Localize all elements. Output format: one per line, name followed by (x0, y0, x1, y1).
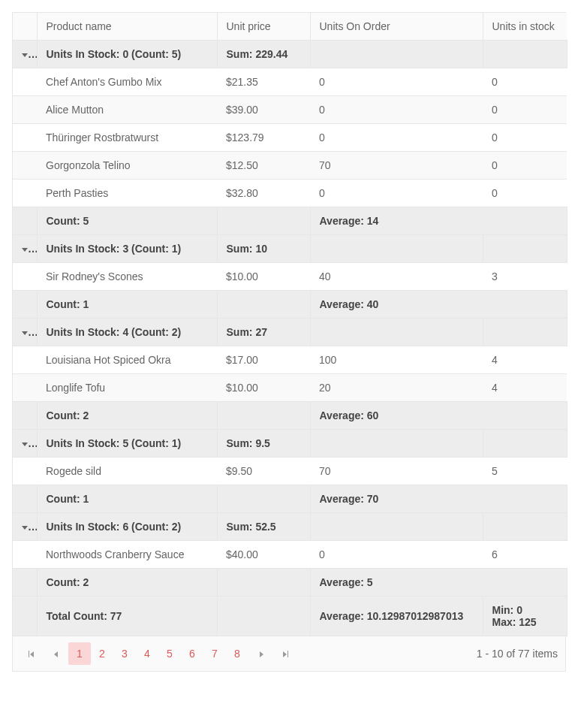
group-title: Units In Stock: 6 (Count: 2) (37, 513, 217, 541)
group-header[interactable]: Units In Stock: 3 (Count: 1)Sum: 10 (13, 235, 567, 263)
caret-down-icon (22, 248, 28, 252)
group-sum: Sum: 9.5 (217, 430, 310, 458)
cell-unit-price: $21.35 (217, 68, 310, 96)
pager-first-button[interactable] (20, 642, 43, 665)
group-count: Count: 1 (37, 485, 217, 513)
group-average: Average: 14 (310, 207, 567, 235)
header-expand (13, 13, 37, 41)
group-footer: Count: 5Average: 14 (13, 207, 567, 235)
pager: 12345678 1 - 10 of 77 items (13, 636, 565, 671)
cell-units-on-order: 0 (310, 96, 483, 124)
cell-unit-price: $10.00 (217, 263, 310, 291)
group-toggle[interactable] (13, 319, 37, 346)
cell-units-on-order: 0 (310, 124, 483, 152)
cell-units-on-order: 40 (310, 263, 483, 291)
header-units-in-stock[interactable]: Units in stock (483, 13, 567, 41)
cell-units-in-stock: 4 (483, 346, 567, 374)
cell-product-name: Northwoods Cranberry Sauce (37, 541, 217, 569)
group-title: Units In Stock: 3 (Count: 1) (37, 235, 217, 263)
group-toggle[interactable] (13, 513, 37, 541)
group-title: Units In Stock: 4 (Count: 2) (37, 319, 217, 346)
pager-info: 1 - 10 of 77 items (477, 648, 558, 660)
cell-unit-price: $40.00 (217, 541, 310, 569)
group-sum: Sum: 229.44 (217, 41, 310, 68)
table-row[interactable]: Gorgonzola Telino$12.50700 (13, 152, 567, 180)
table-row[interactable]: Perth Pasties$32.8000 (13, 180, 567, 207)
cell-units-in-stock: 0 (483, 124, 567, 152)
pager-prev-button[interactable] (44, 642, 67, 665)
cell-unit-price: $123.79 (217, 124, 310, 152)
cell-unit-price: $39.00 (217, 96, 310, 124)
cell-units-on-order: 100 (310, 346, 483, 374)
cell-units-in-stock: 4 (483, 374, 567, 402)
group-sum: Sum: 27 (217, 319, 310, 346)
table-row[interactable]: Alice Mutton$39.0000 (13, 96, 567, 124)
cell-units-in-stock: 0 (483, 152, 567, 180)
cell-product-name: Chef Anton's Gumbo Mix (37, 68, 217, 96)
table-row[interactable]: Longlife Tofu$10.00204 (13, 374, 567, 402)
cell-product-name: Louisiana Hot Spiced Okra (37, 346, 217, 374)
table-row[interactable]: Sir Rodney's Scones$10.00403 (13, 263, 567, 291)
cell-units-in-stock: 0 (483, 96, 567, 124)
pager-page-1[interactable]: 1 (68, 642, 91, 665)
pager-page-5[interactable]: 5 (158, 642, 181, 665)
cell-units-on-order: 70 (310, 458, 483, 485)
seek-last-icon (283, 648, 287, 660)
group-toggle[interactable] (13, 41, 37, 68)
group-count: Count: 2 (37, 402, 217, 430)
caret-down-icon (22, 443, 28, 446)
group-header[interactable]: Units In Stock: 0 (Count: 5)Sum: 229.44 (13, 41, 567, 68)
pager-page-7[interactable]: 7 (203, 642, 226, 665)
caret-down-icon (22, 526, 28, 530)
cell-product-name: Alice Mutton (37, 96, 217, 124)
cell-units-on-order: 70 (310, 152, 483, 180)
pager-nav: 12345678 (20, 642, 297, 665)
cell-product-name: Rogede sild (37, 458, 217, 485)
pager-page-2[interactable]: 2 (91, 642, 113, 665)
table-row[interactable]: Rogede sild$9.50705 (13, 458, 567, 485)
cell-units-in-stock: 6 (483, 541, 567, 569)
cell-product-name: Perth Pasties (37, 180, 217, 207)
group-header[interactable]: Units In Stock: 5 (Count: 1)Sum: 9.5 (13, 430, 567, 458)
group-title: Units In Stock: 5 (Count: 1) (37, 430, 217, 458)
cell-units-on-order: 0 (310, 541, 483, 569)
table-row[interactable]: Northwoods Cranberry Sauce$40.0006 (13, 541, 567, 569)
group-header[interactable]: Units In Stock: 6 (Count: 2)Sum: 52.5 (13, 513, 567, 541)
group-average: Average: 60 (310, 402, 567, 430)
cell-units-on-order: 20 (310, 374, 483, 402)
group-footer: Count: 1Average: 40 (13, 291, 567, 319)
group-sum: Sum: 52.5 (217, 513, 310, 541)
pager-next-button[interactable] (250, 642, 272, 665)
table-row[interactable]: Louisiana Hot Spiced Okra$17.001004 (13, 346, 567, 374)
table-row[interactable]: Chef Anton's Gumbo Mix$21.3500 (13, 68, 567, 96)
table-row[interactable]: Thüringer Rostbratwurst$123.7900 (13, 124, 567, 152)
group-footer: Count: 2Average: 60 (13, 402, 567, 430)
cell-product-name: Gorgonzola Telino (37, 152, 217, 180)
cell-unit-price: $9.50 (217, 458, 310, 485)
pager-page-4[interactable]: 4 (136, 642, 158, 665)
group-average: Average: 5 (310, 569, 567, 597)
group-toggle[interactable] (13, 430, 37, 458)
header-unit-price[interactable]: Unit price (217, 13, 310, 41)
total-average: Average: 10.12987012987013 (310, 597, 483, 636)
group-toggle[interactable] (13, 235, 37, 263)
cell-units-in-stock: 0 (483, 180, 567, 207)
pager-page-3[interactable]: 3 (113, 642, 136, 665)
cell-units-on-order: 0 (310, 68, 483, 96)
total-minmax: Min: 0Max: 125 (483, 597, 567, 636)
group-count: Count: 2 (37, 569, 217, 597)
chevron-left-icon (54, 648, 58, 660)
cell-unit-price: $32.80 (217, 180, 310, 207)
cell-unit-price: $12.50 (217, 152, 310, 180)
pager-page-8[interactable]: 8 (226, 642, 248, 665)
group-count: Count: 1 (37, 291, 217, 319)
header-units-on-order[interactable]: Units On Order (310, 13, 483, 41)
group-header[interactable]: Units In Stock: 4 (Count: 2)Sum: 27 (13, 319, 567, 346)
header-product-name[interactable]: Product name (37, 13, 217, 41)
cell-product-name: Longlife Tofu (37, 374, 217, 402)
group-footer: Count: 1Average: 70 (13, 485, 567, 513)
pager-page-6[interactable]: 6 (181, 642, 203, 665)
grand-total-row: Total Count: 77Average: 10.1298701298701… (13, 597, 567, 636)
total-count: Total Count: 77 (37, 597, 217, 636)
pager-last-button[interactable] (274, 642, 297, 665)
